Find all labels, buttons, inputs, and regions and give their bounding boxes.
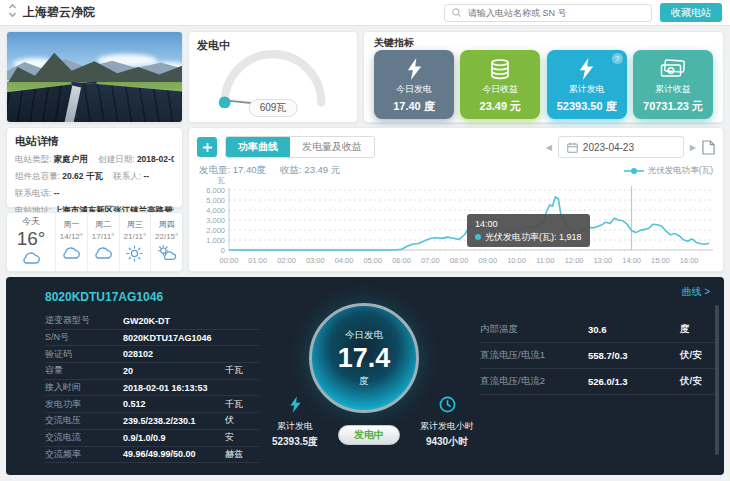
indicator-card-1: 今日收益23.49 元 bbox=[460, 50, 540, 119]
lightning-icon bbox=[289, 399, 302, 416]
svg-text:16:00: 16:00 bbox=[680, 256, 699, 265]
svg-text:07:00: 07:00 bbox=[421, 256, 440, 265]
table-row: 验证码028102 bbox=[45, 346, 259, 363]
clock-icon bbox=[439, 399, 456, 416]
svg-text:01:00: 01:00 bbox=[248, 256, 267, 265]
table-row: 发电功率0.512千瓦 bbox=[45, 396, 259, 413]
inverter-panel: 8020KDTU17AG1046 曲线 > 逆变器型号GW20K-DTS/N号8… bbox=[6, 277, 724, 475]
inverter-right-table: 内部温度30.6度直流电压/电流1558.7/0.3伏/安直流电压/电流2526… bbox=[480, 317, 718, 395]
indicator-value: 23.49 元 bbox=[480, 99, 522, 114]
svg-text:0: 0 bbox=[221, 246, 225, 255]
svg-text:04:00: 04:00 bbox=[335, 256, 354, 265]
svg-text:15:00: 15:00 bbox=[651, 256, 670, 265]
details-line: 组件总容量: 20.62 千瓦 联系人: -- bbox=[15, 171, 174, 183]
add-compare-button[interactable] bbox=[197, 137, 217, 157]
svg-text:瓦: 瓦 bbox=[218, 176, 226, 185]
station-details-card: 电站详情 电站类型: 家庭户用 创建日期: 2018-02-01 组件总容量: … bbox=[6, 127, 183, 208]
station-photo bbox=[6, 31, 183, 123]
total-generation-stat: 累计发电 52393.5度 bbox=[256, 396, 334, 449]
weather-day: 周三21/11° bbox=[120, 213, 152, 271]
svg-text:05:00: 05:00 bbox=[363, 256, 382, 265]
tooltip-time: 14:00 bbox=[475, 218, 582, 231]
inverter-sn-title: 8020KDTU17AG1046 bbox=[45, 290, 163, 304]
date-navigation: ◀ 2023-04-23 ▶ bbox=[546, 136, 715, 158]
favorite-station-button[interactable]: 收藏电站 bbox=[660, 3, 722, 22]
svg-text:12:00: 12:00 bbox=[565, 256, 584, 265]
indicator-label: 今日发电 bbox=[396, 83, 432, 96]
indicator-card-2: ?累计发电52393.50 度 bbox=[547, 50, 627, 119]
indicator-card-0: 今日发电17.40 度 bbox=[374, 50, 454, 119]
svg-text:3,000: 3,000 bbox=[206, 216, 225, 225]
svg-text:14:00: 14:00 bbox=[622, 256, 641, 265]
key-indicators-card: 关键指标 今日发电17.40 度今日收益23.49 元?累计发电52393.50… bbox=[363, 31, 724, 123]
chart-header: 功率曲线发电量及收益 ◀ 2023-04-23 ▶ bbox=[197, 136, 715, 158]
cloud-icon bbox=[92, 245, 114, 264]
table-row: 容量20千瓦 bbox=[45, 363, 259, 380]
svg-text:13:00: 13:00 bbox=[593, 256, 612, 265]
key-indicators-title: 关键指标 bbox=[374, 36, 713, 50]
table-row: 接入时间2018-02-01 16:13:53 bbox=[45, 380, 259, 397]
inverter-left-table: 逆变器型号GW20K-DTS/N号8020KDTU17AG1046验证码0281… bbox=[45, 313, 259, 463]
table-row: 直流电压/电流1558.7/0.3伏/安 bbox=[480, 343, 718, 369]
svg-text:02:00: 02:00 bbox=[277, 256, 296, 265]
collapse-chevrons-icon[interactable] bbox=[8, 3, 17, 22]
weather-day: 周一14/12° bbox=[56, 213, 88, 271]
table-row: 直流电压/电流2526.0/1.3伏/安 bbox=[480, 369, 718, 395]
indicator-label: 今日收益 bbox=[482, 83, 518, 96]
chart-tooltip: 14:00 光伏发电功率(瓦): 1,918 bbox=[467, 214, 590, 247]
weather-day: 周四22/15° bbox=[151, 213, 182, 271]
lightning-icon bbox=[406, 57, 423, 81]
tab-energy-profit[interactable]: 发电量及收益 bbox=[290, 137, 374, 157]
search-input[interactable] bbox=[466, 7, 645, 19]
svg-text:09:00: 09:00 bbox=[478, 256, 497, 265]
svg-text:11:00: 11:00 bbox=[536, 256, 554, 265]
search-icon bbox=[451, 7, 462, 18]
indicator-card-3: 累计收益70731.23 元 bbox=[633, 50, 713, 119]
next-day-icon[interactable]: ▶ bbox=[690, 143, 696, 152]
power-chart[interactable]: 01,0002,0003,0004,0005,0006,000瓦00:0001:… bbox=[195, 174, 719, 268]
solar-dashboard: 上海碧云净院 收藏电站 发电中 609瓦 bbox=[0, 0, 730, 481]
curve-link[interactable]: 曲线 > bbox=[681, 285, 710, 299]
svg-text:06:00: 06:00 bbox=[392, 256, 411, 265]
power-chart-card: 功率曲线发电量及收益 ◀ 2023-04-23 ▶ 发电量: 17.40度 收益… bbox=[188, 127, 724, 272]
lightning-icon bbox=[578, 57, 595, 81]
generation-status-card: 发电中 609瓦 bbox=[188, 31, 358, 123]
svg-text:6,000: 6,000 bbox=[206, 186, 225, 195]
gauge-needle-dot bbox=[219, 97, 231, 108]
page-title: 上海碧云净院 bbox=[23, 4, 95, 21]
legend-dot-icon bbox=[475, 234, 481, 240]
svg-text:10:00: 10:00 bbox=[507, 256, 526, 265]
svg-text:4,000: 4,000 bbox=[206, 206, 225, 215]
details-line: 联系电话: -- bbox=[15, 188, 174, 200]
table-row: 交流电流0.9/1.0/0.9安 bbox=[45, 430, 259, 447]
weather-card: 今天 16° 周一14/12°周二17/11°周三21/11°周四22/15° bbox=[6, 212, 183, 272]
tab-power-curve[interactable]: 功率曲线 bbox=[226, 137, 290, 157]
generating-status-button[interactable]: 发电中 bbox=[338, 425, 400, 445]
indicator-value: 17.40 度 bbox=[393, 99, 435, 114]
table-row: 交流电压239.5/238.2/230.1伏 bbox=[45, 413, 259, 430]
generation-hours-stat: 累计发电小时 9430小时 bbox=[404, 396, 490, 449]
panel-scrollbar[interactable] bbox=[715, 305, 719, 455]
indicator-tiles: 今日发电17.40 度今日收益23.49 元?累计发电52393.50 度累计收… bbox=[374, 50, 713, 119]
export-icon[interactable] bbox=[702, 140, 715, 155]
date-picker[interactable]: 2023-04-23 bbox=[558, 136, 684, 158]
help-icon[interactable]: ? bbox=[612, 53, 623, 64]
prev-day-icon[interactable]: ◀ bbox=[546, 143, 552, 152]
selected-date: 2023-04-23 bbox=[583, 142, 634, 153]
svg-text:00:00: 00:00 bbox=[220, 256, 239, 265]
station-search[interactable] bbox=[444, 4, 652, 22]
details-line: 电站类型: 家庭户用 创建日期: 2018-02-01 bbox=[15, 154, 174, 166]
svg-text:2,000: 2,000 bbox=[206, 226, 225, 235]
svg-text:5,000: 5,000 bbox=[206, 196, 225, 205]
station-details-title: 电站详情 bbox=[15, 134, 174, 149]
svg-text:08:00: 08:00 bbox=[450, 256, 469, 265]
cloud-icon bbox=[20, 250, 42, 269]
weather-today: 今天 16° bbox=[7, 213, 56, 271]
indicator-value: 70731.23 元 bbox=[643, 99, 703, 114]
tooltip-value-row: 光伏发电功率(瓦): 1,918 bbox=[475, 231, 582, 244]
weather-day: 周二17/11° bbox=[88, 213, 120, 271]
table-row: 内部温度30.6度 bbox=[480, 317, 718, 343]
table-row: 交流频率49.96/49.99/50.00赫兹 bbox=[45, 447, 259, 464]
money-icon bbox=[660, 57, 686, 81]
svg-text:03:00: 03:00 bbox=[306, 256, 325, 265]
